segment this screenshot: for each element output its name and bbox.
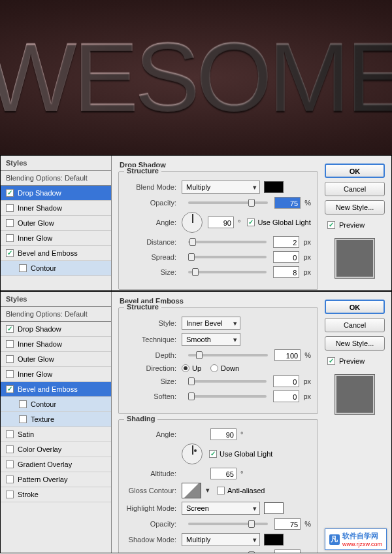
- layer-style-dialog-bevel: Styles Blending Options: Default Drop Sh…: [0, 291, 392, 553]
- sidebar-item-stroke[interactable]: Stroke: [1, 487, 111, 502]
- shadow-color-swatch[interactable]: [264, 534, 284, 545]
- effect-checkbox[interactable]: [6, 204, 14, 212]
- effect-checkbox[interactable]: [6, 340, 14, 348]
- effect-checkbox[interactable]: [19, 400, 27, 408]
- global-light-checkbox[interactable]: [209, 450, 217, 458]
- size-slider[interactable]: [188, 271, 267, 273]
- sidebar-item-outer-glow[interactable]: Outer Glow: [1, 352, 111, 367]
- soften-unit: px: [303, 392, 311, 400]
- depth-input[interactable]: 100: [274, 349, 301, 361]
- anti-aliased-checkbox[interactable]: [217, 487, 225, 494]
- sh-opacity-input[interactable]: 75: [274, 549, 301, 553]
- sidebar-item-inner-glow[interactable]: Inner Glow: [1, 367, 111, 382]
- size-input[interactable]: 0: [273, 375, 299, 387]
- size-input[interactable]: 8: [273, 266, 299, 278]
- sidebar-item-bevel-and-emboss[interactable]: Bevel and Emboss: [1, 382, 111, 397]
- sidebar-item-pattern-overlay[interactable]: Pattern Overlay: [1, 472, 111, 487]
- effect-checkbox[interactable]: [19, 264, 27, 272]
- effect-checkbox[interactable]: [6, 430, 14, 438]
- sidebar-item-satin[interactable]: Satin: [1, 427, 111, 442]
- effect-label: Contour: [31, 400, 56, 408]
- new-style-button[interactable]: New Style...: [325, 336, 385, 351]
- direction-down-radio[interactable]: [210, 364, 218, 372]
- angle-altitude-dial[interactable]: [182, 443, 203, 464]
- size-slider[interactable]: [188, 380, 267, 383]
- direction-up-radio[interactable]: [182, 364, 189, 372]
- angle-input[interactable]: 90: [208, 216, 234, 228]
- technique-select[interactable]: Smooth: [182, 333, 240, 346]
- hl-opacity-slider[interactable]: [188, 523, 268, 525]
- settings-panel: Bevel and Emboss Structure Style: Inner …: [112, 292, 325, 553]
- depth-label: Depth:: [125, 351, 182, 359]
- sidebar-item-color-overlay[interactable]: Color Overlay: [1, 442, 111, 457]
- effect-checkbox[interactable]: [6, 460, 14, 468]
- global-light-checkbox[interactable]: [247, 218, 255, 226]
- effect-checkbox[interactable]: [6, 249, 14, 257]
- cancel-button[interactable]: Cancel: [325, 318, 385, 332]
- blending-options[interactable]: Blending Options: Default: [1, 307, 111, 322]
- spread-slider[interactable]: [188, 256, 267, 258]
- effect-checkbox[interactable]: [6, 219, 14, 227]
- sidebar-item-drop-shadow[interactable]: Drop Shadow: [1, 322, 111, 337]
- effect-checkbox[interactable]: [6, 325, 14, 333]
- hl-opacity-unit: %: [304, 520, 311, 528]
- soften-input[interactable]: 0: [273, 390, 299, 402]
- new-style-button[interactable]: New Style...: [325, 200, 385, 215]
- style-select[interactable]: Inner Bevel: [182, 317, 240, 330]
- technique-label: Technique:: [125, 336, 182, 343]
- sh-opacity-label: Opacity:: [125, 551, 182, 553]
- shadow-color-swatch[interactable]: [264, 181, 284, 193]
- shadow-mode-select[interactable]: Multiply: [182, 533, 260, 546]
- preview-checkbox[interactable]: [327, 357, 335, 365]
- sidebar-item-inner-shadow[interactable]: Inner Shadow: [1, 201, 111, 216]
- sidebar-item-outer-glow[interactable]: Outer Glow: [1, 216, 111, 231]
- soften-slider[interactable]: [188, 395, 267, 398]
- effect-label: Satin: [18, 430, 34, 438]
- effect-checkbox[interactable]: [6, 234, 14, 242]
- altitude-input[interactable]: 65: [210, 468, 237, 479]
- sidebar-item-gradient-overlay[interactable]: Gradient Overlay: [1, 457, 111, 472]
- sidebar-item-contour[interactable]: Contour: [1, 261, 111, 276]
- sidebar-item-texture[interactable]: Texture: [1, 412, 111, 427]
- effect-checkbox[interactable]: [6, 491, 14, 498]
- distance-slider[interactable]: [188, 241, 267, 243]
- dialog-buttons: OK Cancel New Style... Preview: [325, 156, 391, 291]
- cancel-button[interactable]: Cancel: [325, 182, 385, 196]
- effect-checkbox[interactable]: [6, 445, 14, 453]
- ok-button[interactable]: OK: [325, 300, 385, 314]
- opacity-input[interactable]: 75: [274, 197, 301, 209]
- effect-checkbox[interactable]: [6, 370, 14, 378]
- sidebar-item-drop-shadow[interactable]: Drop Shadow: [1, 186, 111, 201]
- watermark-url: www.rjzxw.com: [342, 541, 382, 547]
- effect-checkbox[interactable]: [6, 476, 14, 483]
- effect-label: Stroke: [18, 491, 39, 498]
- effect-checkbox[interactable]: [19, 415, 27, 423]
- gloss-contour-label: Gloss Contour:: [125, 487, 182, 494]
- sidebar-item-bevel-and-emboss[interactable]: Bevel and Emboss: [1, 246, 111, 261]
- highlight-color-swatch[interactable]: [264, 502, 284, 514]
- blending-options[interactable]: Blending Options: Default: [1, 171, 111, 186]
- blend-mode-select[interactable]: Multiply: [182, 181, 260, 194]
- effect-checkbox[interactable]: [6, 189, 14, 197]
- spread-input[interactable]: 0: [273, 251, 299, 263]
- gloss-contour-picker[interactable]: [182, 483, 201, 498]
- opacity-slider[interactable]: [188, 201, 268, 204]
- highlight-mode-select[interactable]: Screen: [182, 502, 260, 515]
- effect-label: Texture: [31, 415, 54, 423]
- preview-checkbox[interactable]: [327, 221, 335, 229]
- effect-label: Inner Glow: [18, 234, 52, 242]
- angle-dial[interactable]: [182, 212, 203, 233]
- effect-checkbox[interactable]: [6, 355, 14, 363]
- ok-button[interactable]: OK: [325, 164, 385, 178]
- effect-label: Gradient Overlay: [18, 460, 72, 468]
- effect-label: Inner Shadow: [18, 204, 62, 212]
- distance-input[interactable]: 2: [273, 236, 299, 248]
- depth-slider[interactable]: [188, 354, 268, 356]
- sidebar-item-contour[interactable]: Contour: [1, 397, 111, 412]
- sh-opacity-unit: %: [304, 551, 311, 553]
- effect-checkbox[interactable]: [6, 385, 14, 393]
- hl-opacity-input[interactable]: 75: [274, 518, 301, 530]
- sidebar-item-inner-shadow[interactable]: Inner Shadow: [1, 337, 111, 352]
- sidebar-item-inner-glow[interactable]: Inner Glow: [1, 231, 111, 246]
- angle-input[interactable]: 90: [210, 428, 237, 440]
